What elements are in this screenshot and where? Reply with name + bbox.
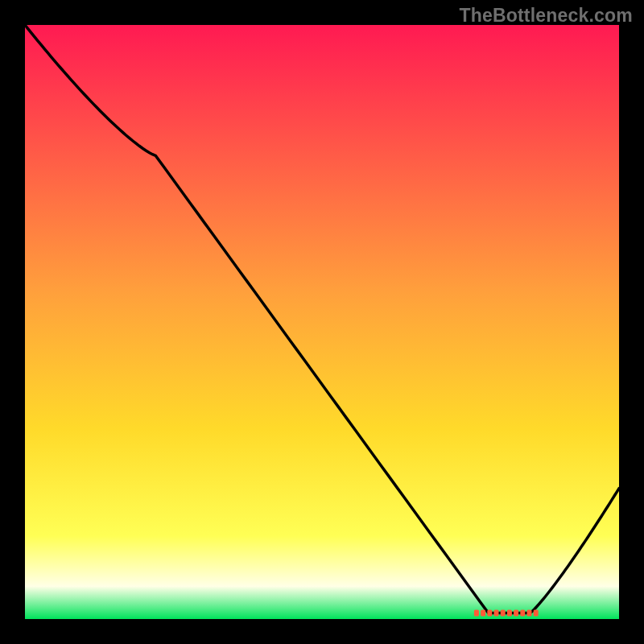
chart-svg [25, 25, 619, 619]
marker-dot [501, 610, 506, 617]
chart-frame: TheBottleneck.com [0, 0, 644, 644]
plot-area [25, 25, 619, 619]
marker-dot [527, 610, 532, 617]
marker-dot [507, 610, 512, 617]
marker-dot [481, 610, 485, 617]
marker-dot [520, 610, 525, 617]
gradient-background [25, 25, 619, 619]
marker-dot [494, 610, 499, 617]
marker-dot [474, 610, 479, 617]
watermark-text: TheBottleneck.com [459, 5, 633, 27]
marker-dot [534, 610, 539, 617]
marker-dot [514, 610, 518, 617]
marker-dot [487, 610, 492, 617]
